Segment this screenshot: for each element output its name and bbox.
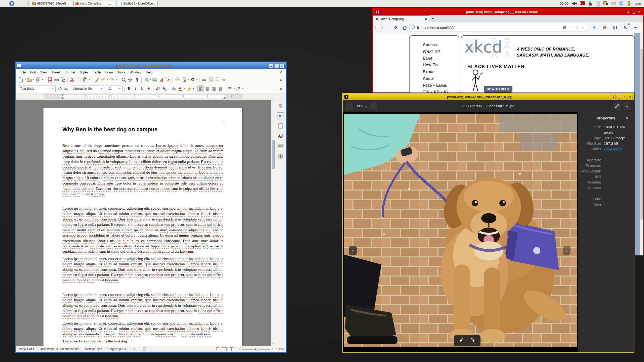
disk-icon[interactable] bbox=[611, 1, 616, 6]
taskbar-window-firefox[interactable]: xkcd: Compiling ___ Moz... bbox=[73, 1, 115, 6]
protection-icon[interactable]: ⛉ bbox=[576, 25, 579, 30]
menu-icon[interactable]: ≡ bbox=[632, 24, 639, 31]
redo-icon[interactable]: ↷ bbox=[109, 77, 115, 83]
zoom-slider[interactable] bbox=[242, 349, 270, 350]
insert-table-icon[interactable] bbox=[143, 77, 149, 83]
xkcd-nav-blag[interactable]: Blag bbox=[423, 55, 459, 62]
menu-file[interactable]: File bbox=[18, 69, 28, 75]
sidebar-settings-gear-icon[interactable] bbox=[277, 102, 284, 109]
word-count[interactable]: 486 words, 3,098 characters bbox=[37, 347, 82, 351]
rotate-left-icon[interactable] bbox=[459, 338, 465, 344]
menu-help[interactable]: Help bbox=[144, 69, 154, 75]
shade-button[interactable]: ▴ bbox=[269, 64, 273, 68]
xkcd-logo[interactable]: xkcd bbox=[464, 38, 502, 56]
bookmark-star-icon[interactable]: ☆ bbox=[581, 25, 585, 30]
shield-icon[interactable] bbox=[412, 25, 415, 30]
text-language[interactable]: English (USA) bbox=[105, 347, 130, 351]
highlight-color-icon[interactable] bbox=[186, 85, 192, 92]
scrollbar-thumb[interactable] bbox=[272, 140, 275, 169]
document-page[interactable]: Why Ben is the best dog on campus Ben is… bbox=[43, 108, 242, 346]
tab-close-icon[interactable]: ✕ bbox=[425, 17, 427, 21]
how-to-help-button[interactable]: HOW TO HELP bbox=[484, 86, 512, 93]
sidebar-icon[interactable] bbox=[611, 24, 619, 31]
clear-formatting-icon[interactable]: A bbox=[171, 85, 177, 92]
insert-field-icon[interactable] bbox=[181, 77, 187, 83]
menu-form[interactable]: Form bbox=[103, 69, 115, 75]
cut-icon[interactable] bbox=[69, 77, 75, 83]
page-break-icon[interactable] bbox=[174, 77, 181, 83]
page-count[interactable]: Page 1 of 1 bbox=[16, 347, 37, 351]
menu-icon[interactable]: ≡ bbox=[623, 102, 631, 110]
library-icon[interactable] bbox=[601, 24, 608, 31]
account-icon[interactable] bbox=[621, 24, 629, 31]
xkcd-nav-about[interactable]: About bbox=[423, 75, 459, 82]
menu-styles[interactable]: Styles bbox=[77, 69, 90, 75]
justify-icon[interactable] bbox=[217, 85, 224, 92]
page-style[interactable]: Default Style bbox=[82, 347, 105, 351]
left-indent-marker[interactable] bbox=[61, 95, 64, 96]
document-modified-icon[interactable] bbox=[140, 347, 149, 351]
menu-format[interactable]: Format bbox=[63, 69, 77, 75]
window-menu-icon[interactable] bbox=[375, 10, 379, 14]
shade-button[interactable]: ▴ bbox=[626, 10, 631, 14]
menu-window[interactable]: Window bbox=[128, 69, 143, 75]
italic-icon[interactable]: I bbox=[132, 85, 139, 92]
multi-page-view-icon[interactable] bbox=[222, 347, 227, 351]
new-document-icon[interactable] bbox=[17, 77, 24, 83]
insert-endnote-icon[interactable]: ii bbox=[214, 77, 221, 83]
back-icon[interactable]: ← bbox=[375, 24, 383, 31]
lock-icon[interactable] bbox=[417, 25, 420, 30]
styles-deck-icon[interactable]: A bbox=[277, 132, 284, 140]
reader-mode-icon[interactable]: ▤ bbox=[563, 25, 566, 30]
horizontal-ruler[interactable]: 1 2 3 4 5 6 7 bbox=[16, 93, 286, 100]
export-pdf-icon[interactable] bbox=[47, 77, 53, 83]
clock[interactable]: 00:00 bbox=[560, 2, 569, 6]
red-vm-screen-icon[interactable] bbox=[580, 1, 585, 6]
tab-stop-selector[interactable] bbox=[18, 95, 20, 97]
url-bar[interactable]: https://xkcd.com/303/ ▤ ⋯ ⛉ ☆ bbox=[409, 24, 587, 31]
navigator-deck-icon[interactable] bbox=[277, 153, 284, 160]
xkcd-nav-store[interactable]: Store bbox=[423, 68, 459, 75]
page-deck-icon[interactable] bbox=[277, 122, 284, 129]
volume-icon[interactable] bbox=[572, 1, 577, 6]
lock-icon[interactable] bbox=[587, 1, 593, 6]
xkcd-nav-whatif[interactable]: What If? bbox=[423, 48, 459, 55]
align-right-icon[interactable] bbox=[211, 85, 217, 92]
next-image-icon[interactable]: › bbox=[563, 246, 571, 255]
shade-button[interactable]: ▴ bbox=[611, 95, 616, 99]
insert-image-icon[interactable] bbox=[152, 77, 158, 83]
save-icon[interactable] bbox=[35, 77, 42, 83]
font-size-combo[interactable]: 12▾ bbox=[106, 85, 123, 92]
page-actions-icon[interactable]: ⋯ bbox=[569, 25, 573, 30]
formatting-marks-icon[interactable]: ¶ bbox=[134, 77, 140, 83]
app-menu-button[interactable] bbox=[9, 1, 15, 6]
undo-icon[interactable]: ↶ bbox=[100, 77, 107, 83]
taskbar-window-writer[interactable]: Untitled 1 - LibreOffice W... bbox=[116, 1, 158, 6]
selection-mode-icon[interactable]: I_ bbox=[130, 347, 140, 351]
clipboard-icon[interactable] bbox=[595, 1, 601, 6]
xkcd-nav-howto[interactable]: How To bbox=[423, 62, 459, 68]
maximize-button[interactable]: □ bbox=[637, 10, 642, 14]
page-scrollbar[interactable] bbox=[640, 33, 643, 255]
reload-icon[interactable]: ⟳ bbox=[392, 24, 400, 31]
properties-deck-icon[interactable] bbox=[277, 112, 284, 119]
close-document-icon[interactable]: ✕ bbox=[279, 70, 283, 74]
open-icon[interactable] bbox=[26, 77, 33, 83]
zoom-in-icon[interactable]: + bbox=[271, 347, 273, 351]
spelling-icon[interactable]: abc bbox=[127, 77, 134, 83]
book-view-icon[interactable] bbox=[229, 347, 234, 351]
zoom-in-icon[interactable]: + bbox=[369, 102, 377, 110]
toolbar-overflow-icon[interactable]: » bbox=[278, 77, 284, 83]
downloads-folder-link[interactable]: Downloads bbox=[604, 146, 622, 152]
scroll-up-icon[interactable]: ▲ bbox=[271, 100, 275, 103]
scrollbar-thumb[interactable] bbox=[640, 49, 643, 220]
clone-formatting-icon[interactable] bbox=[94, 77, 100, 83]
find-replace-icon[interactable] bbox=[120, 77, 127, 83]
insert-footnote-icon[interactable]: 11 bbox=[208, 77, 214, 83]
document-scrollbar[interactable]: ▲ ▼ bbox=[271, 100, 275, 346]
insert-chart-icon[interactable] bbox=[158, 77, 165, 83]
zoom-out-icon[interactable]: − bbox=[346, 102, 354, 110]
vm-settings-icon[interactable] bbox=[603, 1, 609, 6]
viewer-titlebar[interactable]: [work-web] 6968727080_29ecef8af7_b.jpg ▴… bbox=[343, 94, 634, 100]
maximize-button[interactable]: □ bbox=[280, 64, 285, 68]
